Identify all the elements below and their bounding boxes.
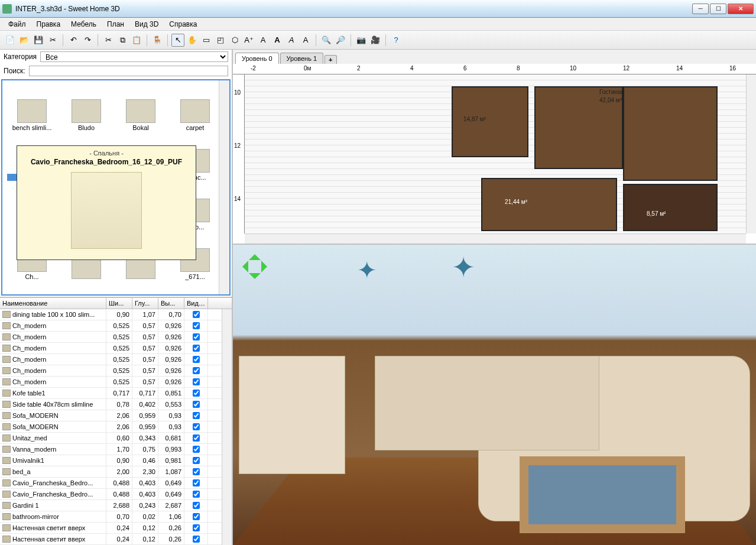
- row-visible-checkbox[interactable]: [193, 311, 200, 318]
- row-visible-checkbox[interactable]: [193, 367, 200, 374]
- table-row[interactable]: Настенная светит вверх0,240,120,26: [0, 523, 232, 534]
- zoom-in-icon[interactable]: 🔍: [320, 34, 333, 47]
- zoom-out-icon[interactable]: 🔎: [334, 34, 347, 47]
- new-file-icon[interactable]: 📄: [4, 34, 17, 47]
- preferences-icon[interactable]: ✂: [46, 34, 59, 47]
- table-row[interactable]: Ch_modern0,5250,570,926: [0, 354, 232, 365]
- menu-edit[interactable]: Правка: [32, 19, 66, 30]
- create-dimension-icon[interactable]: A⁺: [242, 34, 255, 47]
- pan-icon[interactable]: ✋: [186, 34, 199, 47]
- row-visible-checkbox[interactable]: [193, 423, 200, 430]
- catalog-item[interactable]: bench slimli...: [6, 84, 58, 131]
- menu-furniture[interactable]: Мебель: [66, 19, 101, 30]
- create-polyline-icon[interactable]: ⬡: [228, 34, 241, 47]
- table-row[interactable]: Sofa_MODERN2,060,9590,93: [0, 421, 232, 433]
- row-visible-checkbox[interactable]: [193, 378, 200, 385]
- row-visible-checkbox[interactable]: [193, 356, 200, 363]
- photo-icon[interactable]: 📷: [355, 34, 368, 47]
- row-visible-checkbox[interactable]: [193, 536, 200, 543]
- table-row[interactable]: Cavio_Francheska_Bedro...0,4880,4030,649: [0, 478, 232, 489]
- text-italic-icon[interactable]: A: [285, 34, 298, 47]
- table-row[interactable]: Gardini 12,6880,2432,687: [0, 500, 232, 511]
- tab-level-1[interactable]: Уровень 1: [280, 53, 324, 64]
- search-input[interactable]: [29, 66, 228, 76]
- plan-area[interactable]: -20м246810121416 101214 14,87 м² Гостина…: [233, 64, 756, 244]
- catalog-item[interactable]: Bludo: [60, 84, 112, 131]
- arrow-down-icon[interactable]: [249, 273, 261, 285]
- open-icon[interactable]: 📂: [18, 34, 31, 47]
- arrow-left-icon[interactable]: [236, 261, 248, 272]
- row-visible-checkbox[interactable]: [193, 479, 200, 486]
- redo-icon[interactable]: ↷: [81, 34, 94, 47]
- save-icon[interactable]: 💾: [32, 34, 45, 47]
- table-row[interactable]: Настенная светит вверх0,240,120,26: [0, 534, 232, 545]
- menu-file[interactable]: Файл: [4, 19, 31, 30]
- table-row[interactable]: dining table 100 x 100 slim...0,901,070,…: [0, 309, 232, 320]
- col-width[interactable]: Ши...: [106, 298, 132, 309]
- plan-canvas[interactable]: 14,87 м² Гостиная 42,04 м² 21,44 м² 8,57…: [245, 74, 746, 233]
- plan-v-scrollbar[interactable]: [746, 74, 756, 233]
- catalog-item[interactable]: carpet: [169, 84, 221, 131]
- catalog-item[interactable]: Bokal: [115, 84, 167, 131]
- col-depth[interactable]: Глу...: [132, 298, 158, 309]
- col-visible[interactable]: Види...: [184, 298, 208, 309]
- table-row[interactable]: Side table 40x78cm slimline0,780,4020,55…: [0, 399, 232, 410]
- navigation-compass[interactable]: [239, 251, 271, 283]
- table-row[interactable]: Umivalnik10,900,460,981: [0, 455, 232, 466]
- table-row[interactable]: bed_a2,002,301,087: [0, 466, 232, 478]
- row-visible-checkbox[interactable]: [193, 468, 200, 475]
- table-row[interactable]: Kofe table10,7170,7170,851: [0, 388, 232, 399]
- table-row[interactable]: Unitaz_med0,600,3430,681: [0, 433, 232, 444]
- row-visible-checkbox[interactable]: [193, 333, 200, 340]
- cut-icon[interactable]: ✂: [102, 34, 115, 47]
- select-icon[interactable]: ↖: [171, 34, 184, 47]
- col-height[interactable]: Вы...: [158, 298, 184, 309]
- row-visible-checkbox[interactable]: [193, 524, 200, 531]
- row-visible-checkbox[interactable]: [193, 390, 200, 397]
- row-visible-checkbox[interactable]: [193, 322, 200, 329]
- table-scrollbar[interactable]: [222, 309, 232, 545]
- table-row[interactable]: Ch_modern0,5250,570,926: [0, 377, 232, 388]
- add-furniture-icon[interactable]: 🪑: [151, 34, 164, 47]
- arrow-right-icon[interactable]: [261, 261, 273, 272]
- row-visible-checkbox[interactable]: [193, 345, 200, 352]
- maximize-button[interactable]: ☐: [710, 4, 726, 14]
- table-row[interactable]: Sofa_MODERN2,060,9590,93: [0, 410, 232, 421]
- plan-h-scrollbar[interactable]: [245, 233, 746, 244]
- col-name[interactable]: Наименование: [0, 298, 106, 309]
- row-visible-checkbox[interactable]: [193, 502, 200, 509]
- row-visible-checkbox[interactable]: [193, 434, 200, 442]
- row-visible-checkbox[interactable]: [193, 491, 200, 498]
- table-row[interactable]: Ch_modern0,5250,570,926: [0, 320, 232, 332]
- text-bold-icon[interactable]: A: [271, 34, 284, 47]
- copy-icon[interactable]: ⧉: [116, 34, 129, 47]
- create-text-icon[interactable]: A: [257, 34, 270, 47]
- row-visible-checkbox[interactable]: [193, 457, 200, 464]
- row-visible-checkbox[interactable]: [193, 401, 200, 408]
- menu-help[interactable]: Справка: [164, 19, 202, 30]
- catalog-scrollbar[interactable]: [219, 80, 229, 294]
- create-room-icon[interactable]: ◰: [214, 34, 227, 47]
- row-visible-checkbox[interactable]: [193, 513, 200, 520]
- table-row[interactable]: bathroom-mirror0,700,021,06: [0, 511, 232, 523]
- create-wall-icon[interactable]: ▭: [200, 34, 213, 47]
- category-select[interactable]: Все: [40, 51, 228, 62]
- menu-view3d[interactable]: Вид 3D: [130, 19, 163, 30]
- close-button[interactable]: ✕: [728, 4, 754, 14]
- minimize-button[interactable]: ─: [692, 4, 709, 14]
- table-row[interactable]: Cavio_Francheska_Bedro...0,4880,4030,649: [0, 489, 232, 500]
- row-visible-checkbox[interactable]: [193, 412, 200, 419]
- help-icon[interactable]: ?: [390, 34, 403, 47]
- tab-level-0[interactable]: Уровень 0: [235, 53, 279, 64]
- row-visible-checkbox[interactable]: [193, 446, 200, 453]
- video-icon[interactable]: 🎥: [369, 34, 382, 47]
- furniture-catalog[interactable]: bench slimli...BludoBokalcarpetCa...Fran…: [1, 79, 231, 296]
- arrow-up-icon[interactable]: [249, 248, 261, 260]
- text-size-icon[interactable]: A: [299, 34, 312, 47]
- table-row[interactable]: Ch_modern0,5250,570,926: [0, 365, 232, 377]
- paste-icon[interactable]: 📋: [130, 34, 143, 47]
- undo-icon[interactable]: ↶: [67, 34, 80, 47]
- view-3d[interactable]: ✦ ✦: [233, 245, 756, 545]
- tab-add-level[interactable]: +: [325, 55, 336, 64]
- table-row[interactable]: Ch_modern0,5250,570,926: [0, 343, 232, 354]
